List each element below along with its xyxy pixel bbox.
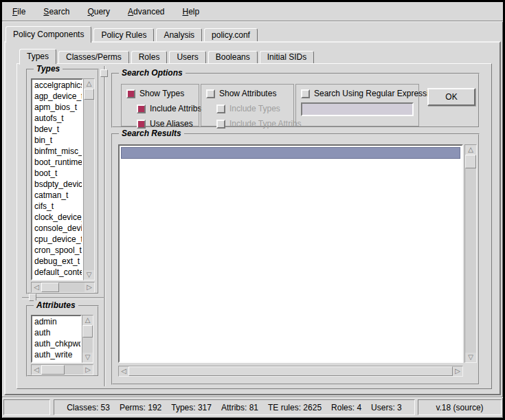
scrollbar-thumb[interactable] [465, 155, 476, 168]
checkbox-indicator [301, 89, 310, 98]
ok-button[interactable]: OK [427, 88, 475, 106]
checkbox-label: Include Attribs [150, 104, 201, 113]
attributes-horizontal-scrollbar[interactable]: ◁ ▷ [31, 364, 93, 375]
scrollbar-thumb[interactable] [41, 283, 59, 292]
show-types-checkbox[interactable]: Show Types [126, 89, 194, 98]
regex-checkbox[interactable]: Search Using Regular Expression [301, 89, 414, 98]
scroll-down-icon[interactable]: ▽ [82, 353, 93, 362]
menu-item[interactable]: Advanced [128, 7, 164, 16]
scroll-up-icon[interactable]: △ [465, 145, 476, 155]
scroll-left-icon[interactable]: ◁ [32, 283, 41, 292]
scroll-up-icon[interactable]: △ [84, 79, 94, 89]
menu-item[interactable]: Query [87, 7, 110, 16]
scroll-right-icon[interactable]: ▷ [85, 283, 94, 292]
checkbox-label: Include Types [229, 104, 280, 113]
include-types-checkbox[interactable]: Include Types [216, 104, 289, 113]
scroll-right-icon[interactable]: ▷ [83, 365, 93, 375]
type-item[interactable]: apm_bios_t [32, 102, 82, 113]
attribute-item[interactable]: auth_chkpwd [32, 338, 80, 349]
include-type-attribs-checkbox[interactable]: Include Type Attribs [216, 119, 289, 129]
checkbox-indicator [216, 104, 225, 113]
checkbox-indicator [206, 89, 215, 98]
type-item[interactable]: boot_t [32, 168, 82, 179]
types-group-label: Types [34, 64, 63, 74]
scroll-up-icon[interactable]: △ [82, 316, 93, 325]
scrollbar-thumb[interactable] [41, 365, 65, 375]
components-tab-bar: TypesClasses/PermsRolesUsersBooleansInit… [19, 49, 316, 65]
type-item[interactable]: catman_t [32, 190, 82, 201]
menu-item[interactable]: Help [182, 7, 199, 16]
main-tab[interactable]: Policy Rules [93, 28, 154, 41]
status-version-panel: v.18 (source) [418, 399, 502, 415]
show-attributes-checkbox[interactable]: Show Attributes [206, 89, 289, 98]
type-item[interactable]: autofs_t [32, 113, 82, 124]
regex-entry[interactable] [301, 102, 414, 116]
type-item[interactable]: cron_spool_t [32, 245, 82, 256]
scroll-down-icon[interactable]: ▽ [84, 270, 94, 280]
main-tab[interactable]: Analysis [156, 28, 202, 41]
type-item[interactable]: accelgraphics_e [32, 80, 82, 91]
scroll-right-icon[interactable]: ▷ [453, 366, 462, 376]
components-tab[interactable]: Booleans [208, 51, 258, 63]
type-item[interactable]: default_t [32, 278, 82, 280]
search-options-group-label: Search Options [119, 68, 186, 78]
search-options-group: Search Options Show Types Include Attrib… [111, 73, 480, 128]
type-item[interactable]: console_device [32, 223, 82, 234]
vertical-sash-handle[interactable] [100, 69, 108, 77]
results-horizontal-scrollbar[interactable]: ◁ ▷ [118, 366, 463, 377]
type-item[interactable]: cpu_device_t [32, 234, 82, 245]
main-tab[interactable]: Policy Components [5, 26, 91, 43]
checkbox-indicator [216, 120, 225, 129]
use-aliases-checkbox[interactable]: Use Aliases [137, 119, 194, 129]
attributes-listbox[interactable]: adminauthauth_chkpwdauth_write [31, 315, 82, 363]
status-stat: Perms: 192 [120, 403, 161, 412]
scrollbar-thumb[interactable] [84, 89, 94, 100]
type-item[interactable]: default_context [32, 267, 82, 278]
checkbox-indicator [137, 104, 146, 113]
components-tab[interactable]: Initial SIDs [260, 51, 314, 63]
status-left-panel [3, 399, 50, 415]
type-item[interactable]: binfmt_misc_fs [32, 146, 82, 157]
type-item[interactable]: clock_device_t [32, 212, 82, 223]
attribute-item[interactable]: auth_write [32, 349, 80, 360]
types-vertical-scrollbar[interactable]: △ ▽ [83, 78, 95, 280]
type-item[interactable]: bdev_t [32, 124, 82, 135]
components-tab[interactable]: Classes/Perms [58, 51, 129, 63]
scroll-left-icon[interactable]: ◁ [119, 366, 128, 376]
status-stat: Users: 3 [371, 403, 402, 412]
scrollbar-thumb[interactable] [128, 366, 453, 376]
main-tab[interactable]: policy.conf [204, 28, 258, 41]
scrollbar-thumb[interactable] [82, 325, 93, 338]
type-item[interactable]: debug_ext_t [32, 256, 82, 267]
status-stats-panel: Classes: 53Perms: 192Types: 317Attribs: … [54, 399, 415, 415]
checkbox-label: Search Using Regular Expression [314, 89, 438, 98]
results-text-area[interactable] [118, 144, 463, 363]
menu-bar: FileSearchQueryAdvancedHelp [2, 2, 503, 21]
types-listbox[interactable]: accelgraphics_eagp_device_tapm_bios_taut… [31, 78, 83, 280]
attribute-item[interactable]: admin [32, 316, 80, 327]
menu-item[interactable]: File [12, 7, 25, 16]
status-stat: Attribs: 81 [221, 403, 258, 412]
statusbar-divider [2, 397, 503, 397]
attributes-vertical-scrollbar[interactable]: △ ▽ [82, 315, 93, 363]
menu-item[interactable]: Search [43, 7, 69, 16]
type-item[interactable]: cifs_t [32, 201, 82, 212]
status-stat: Classes: 53 [67, 403, 110, 412]
show-attributes-box: Show Attributes Include Types Include Ty… [201, 84, 294, 126]
type-item[interactable]: boot_runtime_t [32, 157, 82, 168]
scroll-left-icon[interactable]: ◁ [32, 365, 41, 375]
include-attribs-checkbox[interactable]: Include Attribs [137, 104, 194, 113]
type-item[interactable]: bsdpty_device_ [32, 179, 82, 190]
type-item[interactable]: agp_device_t [32, 91, 82, 102]
attribute-item[interactable]: auth [32, 327, 80, 338]
vertical-sash [104, 66, 105, 386]
type-item[interactable]: bin_t [32, 135, 82, 146]
components-tab[interactable]: Types [19, 49, 56, 65]
components-tab[interactable]: Roles [131, 51, 168, 63]
types-horizontal-scrollbar[interactable]: ◁ ▷ [31, 282, 95, 293]
scroll-down-icon[interactable]: ▽ [465, 353, 476, 362]
checkbox-indicator [126, 89, 135, 98]
attributes-group: Attributes adminauthauth_chkpwdauth_writ… [26, 305, 99, 377]
results-vertical-scrollbar[interactable]: △ ▽ [464, 144, 477, 363]
components-tab[interactable]: Users [169, 51, 205, 63]
